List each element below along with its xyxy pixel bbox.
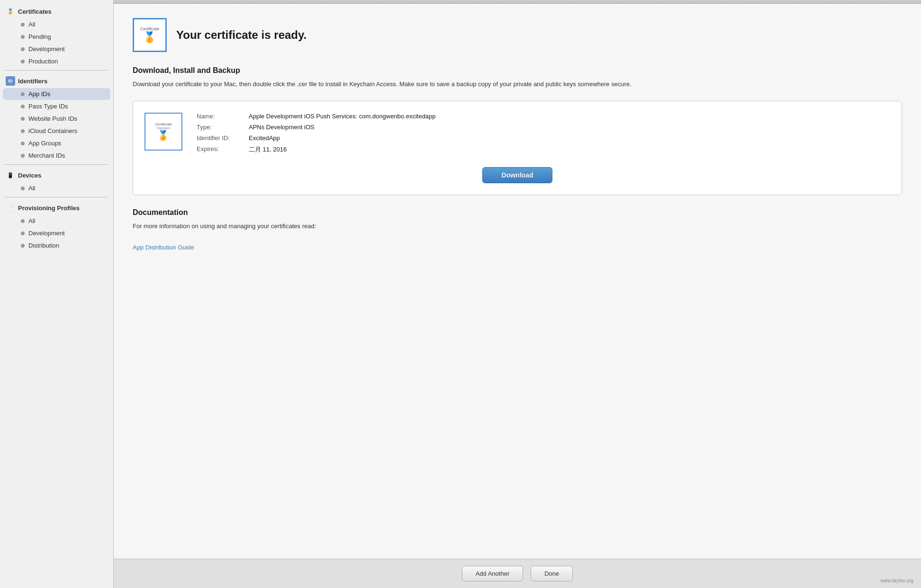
cert-details: Name: Apple Development iOS Push Service… xyxy=(197,113,890,158)
devices-section-header: 📱 Devices xyxy=(0,168,113,182)
certificates-section-header: 🏅 Certificates xyxy=(0,4,113,18)
sidebar-item-label: Distribution xyxy=(28,242,59,249)
bullet-icon xyxy=(21,142,25,145)
sidebar-item-profiles-all[interactable]: All xyxy=(3,215,110,227)
top-bar xyxy=(114,0,921,4)
cert-icon-text: Certificate xyxy=(140,27,160,32)
sidebar-item-cert-development[interactable]: Development xyxy=(3,43,110,55)
cert-identifier-row: Identifier ID: ExcitedApp xyxy=(197,134,890,142)
sidebar-item-cert-pending[interactable]: Pending xyxy=(3,31,110,43)
cert-name-row: Name: Apple Development iOS Push Service… xyxy=(197,113,890,120)
sidebar-item-app-ids[interactable]: App IDs xyxy=(3,88,110,100)
app-distribution-guide-link[interactable]: App Distribution Guide xyxy=(133,244,194,251)
sidebar-item-label: App Groups xyxy=(28,140,61,147)
bullet-icon xyxy=(21,47,25,51)
cert-name-value: Apple Development iOS Push Services: com… xyxy=(249,113,436,120)
certificates-section: 🏅 Certificates All Pending Development P… xyxy=(0,4,113,67)
sidebar-item-website-push-ids[interactable]: Website Push IDs xyxy=(3,113,110,125)
cert-expires-label: Expires: xyxy=(197,145,249,154)
provisioning-section-label: Provisioning Profiles xyxy=(18,205,80,212)
devices-section: 📱 Devices All xyxy=(0,168,113,194)
cert-icon-star: 🏅 xyxy=(140,31,160,44)
cert-card-download-area: Download xyxy=(144,167,890,183)
cert-card-icon-subtext: Standard xyxy=(155,126,172,130)
cert-ready-title: Your certificate is ready. xyxy=(176,28,307,42)
devices-section-label: Devices xyxy=(18,172,41,179)
sidebar-item-label: App IDs xyxy=(28,90,50,98)
documentation-title: Documentation xyxy=(133,208,902,217)
sidebar-item-label: Website Push IDs xyxy=(28,115,77,122)
sidebar-item-devices-all[interactable]: All xyxy=(3,182,110,194)
bullet-icon xyxy=(21,232,25,235)
sidebar-item-icloud-containers[interactable]: iCloud Containers xyxy=(3,125,110,137)
sidebar-item-label: All xyxy=(28,217,35,224)
sidebar-item-cert-all[interactable]: All xyxy=(3,18,110,30)
sidebar-item-label: Pass Type IDs xyxy=(28,103,68,110)
device-section-icon: 📱 xyxy=(6,170,15,180)
provisioning-section-header: 📄 Provisioning Profiles xyxy=(0,200,113,214)
sidebar: 🏅 Certificates All Pending Development P… xyxy=(0,0,114,588)
main-area: Certificate 🏅 Your certificate is ready.… xyxy=(114,0,921,588)
provisioning-section: 📄 Provisioning Profiles All Development … xyxy=(0,200,113,251)
bullet-icon xyxy=(21,244,25,248)
identifiers-section-header: ID Identifiers xyxy=(0,73,113,88)
bullet-icon xyxy=(21,187,25,190)
divider-2 xyxy=(5,164,108,165)
bullet-icon xyxy=(21,105,25,108)
sidebar-item-label: Merchant IDs xyxy=(28,152,65,159)
sidebar-item-pass-type-ids[interactable]: Pass Type IDs xyxy=(3,100,110,112)
sidebar-item-label: All xyxy=(28,185,35,192)
add-another-button[interactable]: Add Another xyxy=(462,566,524,581)
certificate-card: Certificate Standard 🏅 Name: Apple Devel… xyxy=(133,101,902,195)
cert-type-row: Type: APNs Development iOS xyxy=(197,124,890,131)
bullet-icon xyxy=(21,23,25,27)
identifiers-section-label: Identifiers xyxy=(18,78,47,85)
id-section-icon: ID xyxy=(6,76,15,86)
bullet-icon xyxy=(21,92,25,96)
cert-large-icon: Certificate 🏅 xyxy=(133,18,167,52)
cert-type-label: Type: xyxy=(197,124,249,131)
profile-section-icon: 📄 xyxy=(6,203,15,213)
sidebar-item-label: All xyxy=(28,21,35,28)
bullet-icon xyxy=(21,35,25,39)
certificates-section-label: Certificates xyxy=(18,8,52,15)
sidebar-item-label: Development xyxy=(28,230,65,237)
cert-type-value: APNs Development iOS xyxy=(249,124,315,131)
cert-card-top: Certificate Standard 🏅 Name: Apple Devel… xyxy=(144,113,890,158)
sidebar-item-label: Development xyxy=(28,45,65,53)
download-section-description: Download your certificate to your Mac, t… xyxy=(133,80,902,89)
identifiers-section: ID Identifiers App IDs Pass Type IDs Web… xyxy=(0,73,113,161)
bullet-icon xyxy=(21,60,25,63)
sidebar-item-label: Pending xyxy=(28,33,51,40)
cert-expires-value: 二月 11, 2016 xyxy=(249,145,287,154)
download-button[interactable]: Download xyxy=(482,167,553,183)
bullet-icon xyxy=(21,117,25,121)
cert-card-icon: Certificate Standard 🏅 xyxy=(144,113,182,151)
documentation-section: Documentation For more information on us… xyxy=(133,208,902,251)
sidebar-item-profiles-distribution[interactable]: Distribution xyxy=(3,240,110,251)
footer: Add Another Done www.skyfox.org xyxy=(114,559,921,588)
sidebar-item-app-groups[interactable]: App Groups xyxy=(3,137,110,149)
download-section: Download, Install and Backup Download yo… xyxy=(133,66,902,89)
cert-card-icon-star: 🏅 xyxy=(155,130,172,141)
cert-identifier-label: Identifier ID: xyxy=(197,134,249,142)
sidebar-item-merchant-ids[interactable]: Merchant IDs xyxy=(3,150,110,161)
watermark: www.skyfox.org xyxy=(881,578,913,583)
sidebar-item-label: Production xyxy=(28,58,58,65)
bullet-icon xyxy=(21,154,25,158)
main-content: Certificate 🏅 Your certificate is ready.… xyxy=(114,4,921,559)
sidebar-item-cert-production[interactable]: Production xyxy=(3,55,110,67)
certificate-section-icon: 🏅 xyxy=(6,7,15,16)
cert-ready-header: Certificate 🏅 Your certificate is ready. xyxy=(133,18,902,52)
bullet-icon xyxy=(21,219,25,223)
cert-card-icon-text: Certificate xyxy=(155,122,172,127)
divider-1 xyxy=(5,70,108,71)
cert-name-label: Name: xyxy=(197,113,249,120)
sidebar-item-profiles-development[interactable]: Development xyxy=(3,227,110,239)
done-button[interactable]: Done xyxy=(531,566,573,581)
divider-3 xyxy=(5,197,108,197)
sidebar-item-label: iCloud Containers xyxy=(28,127,77,134)
documentation-description: For more information on using and managi… xyxy=(133,222,902,232)
cert-identifier-value: ExcitedApp xyxy=(249,134,280,142)
download-section-title: Download, Install and Backup xyxy=(133,66,902,75)
